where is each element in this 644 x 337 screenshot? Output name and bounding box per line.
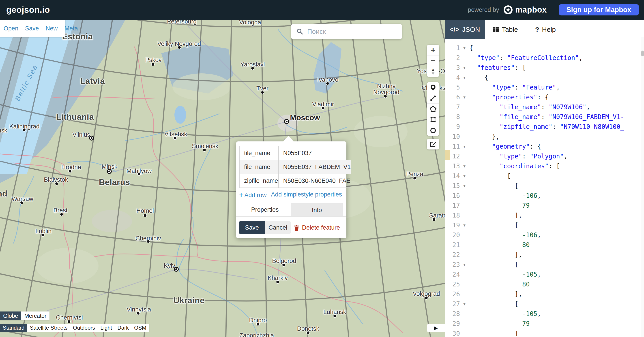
- add-row-link[interactable]: +Add row: [239, 191, 267, 199]
- draw-circle-button[interactable]: [427, 125, 439, 136]
- projection-globe[interactable]: Globe: [0, 312, 21, 320]
- popup-footer: Save Cancel Delete feature: [239, 221, 343, 234]
- style-outdoors[interactable]: Outdoors: [70, 324, 98, 332]
- editor-line-29: 29 79: [445, 319, 640, 329]
- capital-icon-kyiv: [174, 267, 179, 272]
- fold-arrow-icon[interactable]: ▾: [460, 302, 469, 307]
- tab-json[interactable]: </> JSON: [445, 20, 485, 39]
- projection-mercator[interactable]: Mercator: [21, 312, 50, 320]
- draw-rectangle-button[interactable]: [427, 114, 439, 125]
- style-switcher: StandardSatellite StreetsOutdoorsLightDa…: [0, 324, 149, 332]
- fold-arrow-icon[interactable]: ▾: [460, 164, 469, 169]
- control-group-2: [427, 139, 439, 149]
- city-dot-vladimir: [321, 106, 325, 110]
- zoom-in-button[interactable]: +: [427, 45, 439, 55]
- property-value-tile_name[interactable]: N055E037: [278, 146, 351, 160]
- signup-button[interactable]: Sign up for Mapbox: [559, 4, 639, 15]
- tab-table[interactable]: Table: [485, 20, 525, 39]
- fold-arrow-icon[interactable]: ▾: [460, 45, 469, 50]
- search-input[interactable]: [307, 27, 393, 35]
- city-dot-bialystok: [55, 182, 58, 186]
- zoom-out-button[interactable]: −: [427, 55, 439, 66]
- style-dark[interactable]: Dark: [115, 324, 132, 332]
- cancel-button[interactable]: Cancel: [265, 221, 291, 234]
- editor-line-14: 14▾ [: [445, 171, 640, 181]
- editor-scrollbar[interactable]: [641, 37, 644, 337]
- style-satellite-streets[interactable]: Satellite Streets: [27, 324, 70, 332]
- editor-line-5: 5 "type": "Feature",: [445, 82, 640, 92]
- editor-line-11: 11▾ "geometry": {: [445, 141, 640, 151]
- fold-arrow-icon[interactable]: ▾: [460, 183, 469, 188]
- editor-scrollbar-thumb[interactable]: [641, 50, 644, 56]
- editor-line-9: 9 "zipfile_name": "N70W110-N80W100_: [445, 122, 640, 132]
- editor-line-19: 19▾ [: [445, 220, 640, 230]
- fold-arrow-icon[interactable]: ▾: [460, 173, 469, 179]
- editor-line-7: 7 "tile_name": "N079W106",: [445, 102, 640, 112]
- delete-feature-button[interactable]: Delete feature: [292, 221, 341, 234]
- compass-button[interactable]: ▲▼: [427, 66, 439, 77]
- popup-tabs: Properties Info: [239, 203, 343, 216]
- style-standard[interactable]: Standard: [0, 324, 27, 332]
- editor-line-15: 15▾ [: [445, 181, 640, 191]
- fold-arrow-icon[interactable]: ▾: [460, 223, 469, 228]
- property-key-zipfile_name[interactable]: zipfile_name: [239, 174, 278, 188]
- mapbox-logo[interactable]: mapbox: [503, 5, 547, 15]
- menu-item-new[interactable]: New: [46, 25, 58, 32]
- property-value-file_name[interactable]: N055E037_FABDEM_V1: [278, 160, 351, 174]
- fold-arrow-icon[interactable]: ▾: [460, 262, 469, 267]
- add-simplestyle-link[interactable]: Add simplestyle properties: [271, 191, 342, 198]
- editor-line-18: 18 ],: [445, 210, 640, 220]
- code-icon: </>: [450, 26, 459, 33]
- control-group-0: +−▲▼: [427, 45, 439, 77]
- city-label-moscow: Moscow: [290, 113, 320, 122]
- fold-arrow-icon[interactable]: ▾: [460, 144, 469, 149]
- property-row-file_name: file_nameN055E037_FABDEM_V1: [239, 160, 351, 174]
- line-number: 3: [445, 64, 460, 71]
- menu-item-open[interactable]: Open: [4, 25, 18, 32]
- editor-line-23: 23▾ [: [445, 260, 640, 269]
- expand-panel-button[interactable]: ▶: [427, 324, 445, 332]
- fold-arrow-icon[interactable]: ▾: [460, 95, 469, 100]
- city-dot-belgorod: [282, 263, 286, 267]
- properties-table: tile_nameN055E037file_nameN055E037_FABDE…: [239, 146, 351, 188]
- tab-help[interactable]: ? Help: [525, 20, 566, 39]
- editor-line-21: 21 80: [445, 240, 640, 250]
- draw-line-button[interactable]: [427, 93, 439, 104]
- popup-pointer: [283, 136, 294, 142]
- menu-item-save[interactable]: Save: [25, 25, 39, 32]
- capital-icon-vilnius: [89, 136, 94, 141]
- edit-feature-button[interactable]: [427, 139, 439, 149]
- city-dot-donetsk: [306, 331, 310, 335]
- tab-properties[interactable]: Properties: [239, 203, 291, 216]
- city-label-homel: Homel: [136, 207, 154, 214]
- json-editor[interactable]: 1▾{2 "type": "FeatureCollection",3▾ "fea…: [445, 39, 640, 337]
- editor-line-4: 4▾ {: [445, 72, 640, 82]
- draw-polygon-button[interactable]: [427, 104, 439, 114]
- city-label-vilnius: Vilnius: [72, 131, 90, 138]
- editor-line-24: 24 -105,: [445, 269, 640, 279]
- tab-info[interactable]: Info: [291, 203, 343, 216]
- property-value-zipfile_name[interactable]: N50E030-N60E040_FAE: [278, 174, 351, 188]
- fold-arrow-icon[interactable]: ▾: [460, 75, 469, 80]
- style-light[interactable]: Light: [98, 324, 115, 332]
- line-number: 8: [445, 113, 460, 121]
- mapbox-logo-icon: [503, 5, 513, 15]
- save-button[interactable]: Save: [239, 221, 265, 234]
- editor-line-20: 20 -106,: [445, 230, 640, 240]
- draw-marker-button[interactable]: [427, 82, 439, 93]
- city-label-kyiv: Kyiv: [164, 262, 175, 269]
- country-label-latvia: Latvia: [80, 76, 105, 86]
- country-label-lithuania: Lithuania: [56, 112, 94, 122]
- property-key-tile_name[interactable]: tile_name: [239, 146, 278, 160]
- property-key-file_name[interactable]: file_name: [239, 160, 278, 174]
- style-osm[interactable]: OSM: [132, 324, 149, 332]
- map-canvas[interactable]: EstoniaLatviaLithuaniaBelarusUkrainePola…: [0, 20, 445, 337]
- editor-line-8: 8 "file_name": "N079W106_FABDEM_V1-: [445, 112, 640, 122]
- property-row-tile_name: tile_nameN055E037: [239, 146, 351, 160]
- fold-arrow-icon[interactable]: ▾: [460, 65, 469, 70]
- line-number: 25: [445, 281, 460, 288]
- menu-item-meta[interactable]: Meta: [64, 25, 78, 32]
- line-number: 13: [445, 162, 460, 170]
- help-icon: ?: [535, 26, 539, 33]
- city-label-pskov: Pskov: [145, 57, 162, 63]
